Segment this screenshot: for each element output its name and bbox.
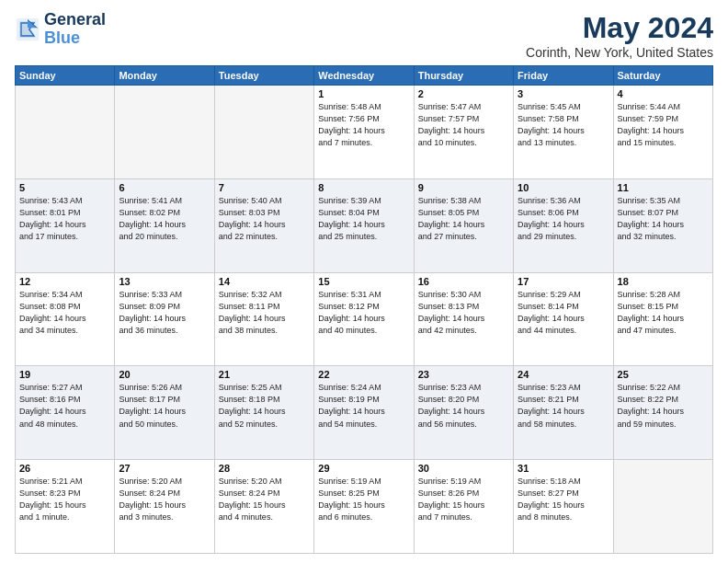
calendar-week-row: 19Sunrise: 5:27 AM Sunset: 8:16 PM Dayli… (16, 366, 713, 460)
table-row: 17Sunrise: 5:29 AM Sunset: 8:14 PM Dayli… (514, 272, 613, 366)
day-number: 10 (518, 182, 609, 193)
calendar-header-row: Sunday Monday Tuesday Wednesday Thursday… (16, 66, 713, 86)
table-row: 21Sunrise: 5:25 AM Sunset: 8:18 PM Dayli… (214, 366, 313, 460)
table-row (16, 86, 115, 179)
page: General Blue May 2024 Corinth, New York,… (0, 0, 728, 563)
calendar-week-row: 12Sunrise: 5:34 AM Sunset: 8:08 PM Dayli… (16, 272, 713, 366)
day-info: Sunrise: 5:30 AM Sunset: 8:13 PM Dayligh… (418, 289, 509, 337)
logo-line1: General (44, 11, 106, 29)
day-info: Sunrise: 5:41 AM Sunset: 8:02 PM Dayligh… (119, 195, 210, 243)
calendar-week-row: 1Sunrise: 5:48 AM Sunset: 7:56 PM Daylig… (16, 86, 713, 179)
day-info: Sunrise: 5:32 AM Sunset: 8:11 PM Dayligh… (219, 289, 310, 337)
day-info: Sunrise: 5:39 AM Sunset: 8:04 PM Dayligh… (318, 195, 409, 243)
table-row: 23Sunrise: 5:23 AM Sunset: 8:20 PM Dayli… (414, 366, 513, 460)
day-info: Sunrise: 5:19 AM Sunset: 8:26 PM Dayligh… (418, 476, 509, 523)
table-row (613, 460, 712, 554)
day-info: Sunrise: 5:34 AM Sunset: 8:08 PM Dayligh… (19, 289, 110, 337)
table-row (115, 86, 214, 179)
day-info: Sunrise: 5:40 AM Sunset: 8:03 PM Dayligh… (219, 195, 310, 243)
day-number: 17 (518, 276, 609, 287)
day-info: Sunrise: 5:22 AM Sunset: 8:22 PM Dayligh… (618, 382, 709, 430)
day-number: 20 (119, 369, 210, 380)
col-tuesday: Tuesday (214, 66, 313, 86)
table-row: 27Sunrise: 5:20 AM Sunset: 8:24 PM Dayli… (115, 460, 214, 554)
day-info: Sunrise: 5:21 AM Sunset: 8:23 PM Dayligh… (19, 476, 110, 523)
day-number: 18 (618, 276, 709, 287)
day-number: 16 (418, 276, 509, 287)
table-row: 8Sunrise: 5:39 AM Sunset: 8:04 PM Daylig… (314, 178, 414, 272)
day-info: Sunrise: 5:44 AM Sunset: 7:59 PM Dayligh… (618, 101, 709, 149)
day-number: 28 (219, 463, 310, 474)
table-row: 14Sunrise: 5:32 AM Sunset: 8:11 PM Dayli… (214, 272, 313, 366)
table-row: 31Sunrise: 5:18 AM Sunset: 8:27 PM Dayli… (514, 460, 613, 554)
day-number: 21 (219, 369, 310, 380)
col-sunday: Sunday (16, 66, 115, 86)
table-row: 24Sunrise: 5:23 AM Sunset: 8:21 PM Dayli… (514, 366, 613, 460)
day-number: 30 (418, 463, 509, 474)
day-number: 26 (19, 463, 110, 474)
table-row: 7Sunrise: 5:40 AM Sunset: 8:03 PM Daylig… (214, 178, 313, 272)
day-number: 13 (119, 276, 210, 287)
table-row: 19Sunrise: 5:27 AM Sunset: 8:16 PM Dayli… (16, 366, 115, 460)
day-info: Sunrise: 5:36 AM Sunset: 8:06 PM Dayligh… (518, 195, 609, 243)
table-row: 20Sunrise: 5:26 AM Sunset: 8:17 PM Dayli… (115, 366, 214, 460)
day-info: Sunrise: 5:26 AM Sunset: 8:17 PM Dayligh… (119, 382, 210, 430)
day-info: Sunrise: 5:19 AM Sunset: 8:25 PM Dayligh… (318, 476, 409, 523)
day-number: 25 (618, 369, 709, 380)
table-row: 25Sunrise: 5:22 AM Sunset: 8:22 PM Dayli… (613, 366, 712, 460)
day-info: Sunrise: 5:25 AM Sunset: 8:18 PM Dayligh… (219, 382, 310, 430)
logo-line2: Blue (44, 29, 80, 47)
title-block: May 2024 Corinth, New York, United State… (526, 11, 713, 60)
day-number: 27 (119, 463, 210, 474)
day-number: 7 (219, 182, 310, 193)
day-number: 9 (418, 182, 509, 193)
day-number: 19 (19, 369, 110, 380)
day-number: 14 (219, 276, 310, 287)
day-info: Sunrise: 5:35 AM Sunset: 8:07 PM Dayligh… (618, 195, 709, 243)
day-number: 24 (518, 369, 609, 380)
day-info: Sunrise: 5:45 AM Sunset: 7:58 PM Dayligh… (518, 101, 609, 149)
header: General Blue May 2024 Corinth, New York,… (15, 11, 713, 60)
table-row: 11Sunrise: 5:35 AM Sunset: 8:07 PM Dayli… (613, 178, 712, 272)
day-info: Sunrise: 5:24 AM Sunset: 8:19 PM Dayligh… (318, 382, 409, 430)
day-info: Sunrise: 5:18 AM Sunset: 8:27 PM Dayligh… (518, 476, 609, 523)
day-number: 6 (119, 182, 210, 193)
day-info: Sunrise: 5:31 AM Sunset: 8:12 PM Dayligh… (318, 289, 409, 337)
col-thursday: Thursday (414, 66, 513, 86)
day-number: 3 (518, 88, 609, 99)
table-row: 12Sunrise: 5:34 AM Sunset: 8:08 PM Dayli… (16, 272, 115, 366)
table-row: 15Sunrise: 5:31 AM Sunset: 8:12 PM Dayli… (314, 272, 414, 366)
day-info: Sunrise: 5:47 AM Sunset: 7:57 PM Dayligh… (418, 101, 509, 149)
day-number: 8 (318, 182, 409, 193)
col-monday: Monday (115, 66, 214, 86)
day-info: Sunrise: 5:27 AM Sunset: 8:16 PM Dayligh… (19, 382, 110, 430)
day-number: 15 (318, 276, 409, 287)
day-number: 2 (418, 88, 509, 99)
table-row: 5Sunrise: 5:43 AM Sunset: 8:01 PM Daylig… (16, 178, 115, 272)
table-row: 13Sunrise: 5:33 AM Sunset: 8:09 PM Dayli… (115, 272, 214, 366)
table-row: 16Sunrise: 5:30 AM Sunset: 8:13 PM Dayli… (414, 272, 513, 366)
calendar-week-row: 26Sunrise: 5:21 AM Sunset: 8:23 PM Dayli… (16, 460, 713, 554)
day-info: Sunrise: 5:43 AM Sunset: 8:01 PM Dayligh… (19, 195, 110, 243)
day-info: Sunrise: 5:23 AM Sunset: 8:20 PM Dayligh… (418, 382, 509, 430)
table-row: 6Sunrise: 5:41 AM Sunset: 8:02 PM Daylig… (115, 178, 214, 272)
title-location: Corinth, New York, United States (526, 45, 713, 60)
table-row: 2Sunrise: 5:47 AM Sunset: 7:57 PM Daylig… (414, 86, 513, 179)
day-number: 12 (19, 276, 110, 287)
day-info: Sunrise: 5:48 AM Sunset: 7:56 PM Dayligh… (318, 101, 409, 149)
table-row: 28Sunrise: 5:20 AM Sunset: 8:24 PM Dayli… (214, 460, 313, 554)
table-row: 1Sunrise: 5:48 AM Sunset: 7:56 PM Daylig… (314, 86, 414, 179)
day-info: Sunrise: 5:29 AM Sunset: 8:14 PM Dayligh… (518, 289, 609, 337)
day-number: 31 (518, 463, 609, 474)
table-row (214, 86, 313, 179)
logo-text: General Blue (44, 11, 106, 48)
table-row: 9Sunrise: 5:38 AM Sunset: 8:05 PM Daylig… (414, 178, 513, 272)
calendar-table: Sunday Monday Tuesday Wednesday Thursday… (15, 65, 713, 554)
col-friday: Friday (514, 66, 613, 86)
col-saturday: Saturday (613, 66, 712, 86)
day-info: Sunrise: 5:23 AM Sunset: 8:21 PM Dayligh… (518, 382, 609, 430)
day-number: 11 (618, 182, 709, 193)
day-info: Sunrise: 5:20 AM Sunset: 8:24 PM Dayligh… (119, 476, 210, 523)
day-info: Sunrise: 5:38 AM Sunset: 8:05 PM Dayligh… (418, 195, 509, 243)
table-row: 18Sunrise: 5:28 AM Sunset: 8:15 PM Dayli… (613, 272, 712, 366)
